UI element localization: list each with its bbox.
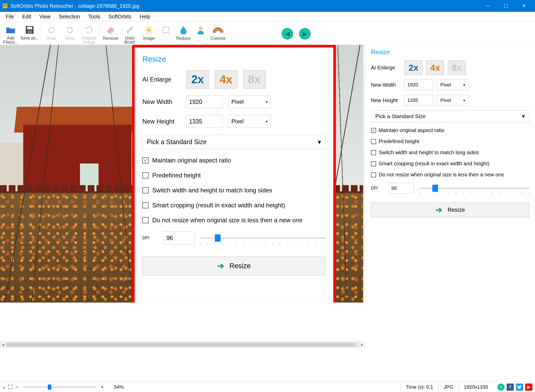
svg-point-4 <box>147 28 151 32</box>
menu-softorbits[interactable]: SoftOrbits <box>105 13 135 21</box>
enlarge-8x-button[interactable]: 8x <box>243 70 266 89</box>
crop-button[interactable] <box>158 23 174 44</box>
new-height-input[interactable] <box>186 115 222 128</box>
caret-down-icon: ▾ <box>522 113 525 119</box>
zoom-in-button[interactable]: + <box>101 384 104 390</box>
standard-size-select[interactable]: Pick a Standard Size ▾ <box>142 135 326 149</box>
facebook-icon[interactable]: f <box>507 383 514 391</box>
resize-side-panel: Resize AI Enlarge 2x 4x 8x New Width Pix… <box>365 45 535 348</box>
save-as-label: Save as... <box>20 36 39 40</box>
close-button[interactable]: ✕ <box>515 0 533 12</box>
next-image-button[interactable]: ▶ <box>299 28 311 39</box>
checkbox-icon <box>142 202 149 208</box>
menu-selection[interactable]: Selection <box>55 13 84 21</box>
switch-sides-checkbox[interactable]: Switch width and height to match long si… <box>371 150 529 156</box>
svg-rect-2 <box>27 27 32 29</box>
smart-crop-checkbox[interactable]: Smart cropping (result in exact width an… <box>142 202 326 209</box>
minimize-button[interactable]: ─ <box>479 0 497 12</box>
predefined-height-checkbox[interactable]: Predefined height <box>142 172 326 179</box>
maintain-aspect-checkbox[interactable]: Maintain original aspect ratio <box>142 157 326 164</box>
original-image-button[interactable]: Original Image <box>80 23 99 44</box>
checkbox-icon <box>371 172 376 177</box>
no-resize-smaller-checkbox[interactable]: Do not resize when original size is less… <box>142 217 326 224</box>
zoom-out-button[interactable]: − <box>15 384 18 390</box>
new-height-label: New Height <box>142 118 186 125</box>
standard-size-select[interactable]: Pick a Standard Size ▾ <box>371 110 529 122</box>
enlarge-2x-button[interactable]: 2x <box>404 60 423 75</box>
dpi-slider[interactable] <box>420 184 529 192</box>
scroll-right-icon[interactable]: ▸ <box>359 342 365 348</box>
add-files-label: Add File(s)... <box>1 36 20 44</box>
dpi-slider[interactable] <box>200 234 326 242</box>
predefined-height-checkbox[interactable]: Predefined height <box>371 138 529 144</box>
enlarge-8x-button[interactable]: 8x <box>448 60 466 75</box>
status-format: JPG <box>438 382 458 392</box>
colorize-button[interactable]: Colorize <box>208 23 228 44</box>
resize-button[interactable]: ➔ Resize <box>142 256 326 275</box>
caret-down-icon: ▾ <box>266 100 268 104</box>
redo-label: Redo <box>65 36 75 41</box>
menu-file[interactable]: File <box>2 13 18 21</box>
save-icon <box>25 25 35 35</box>
menu-tools[interactable]: Tools <box>85 13 104 21</box>
info-icon[interactable]: i <box>497 383 505 391</box>
new-height-label: New Height <box>371 97 404 103</box>
app-icon <box>2 3 8 9</box>
resize-button[interactable]: ➔ Resize <box>371 202 529 217</box>
width-unit-select[interactable]: Pixel▾ <box>228 95 271 108</box>
dpi-label: DPI <box>371 186 383 191</box>
folder-icon <box>5 25 16 35</box>
image-button[interactable]: Image <box>139 23 158 44</box>
no-resize-smaller-checkbox[interactable]: Do not resize when original size is less… <box>371 172 529 178</box>
menu-view[interactable]: View <box>36 13 54 21</box>
remove-button[interactable]: Remove <box>101 23 120 44</box>
fit-screen-icon[interactable]: ⛶ <box>8 384 13 390</box>
svg-line-9 <box>146 27 147 28</box>
caret-down-icon: ▾ <box>463 83 465 87</box>
maximize-button[interactable]: ☐ <box>497 0 515 12</box>
svg-rect-3 <box>28 31 32 33</box>
dpi-label: DPI <box>142 236 158 240</box>
height-unit-select[interactable]: Pixel▾ <box>437 95 468 106</box>
droplet-icon <box>178 25 189 35</box>
dpi-input[interactable] <box>164 232 194 244</box>
menu-help[interactable]: Help <box>136 13 154 21</box>
reduce-button[interactable]: Reduce <box>174 23 193 44</box>
checkbox-icon <box>142 157 149 164</box>
smart-crop-checkbox[interactable]: Smart cropping (result in exact width an… <box>371 161 529 167</box>
caret-down-icon: ▾ <box>266 119 268 124</box>
scroll-left-icon[interactable]: ◂ <box>0 342 6 348</box>
zoom-slider[interactable] <box>23 386 96 388</box>
enlarge-2x-button[interactable]: 2x <box>186 70 209 89</box>
enlarge-4x-button[interactable]: 4x <box>426 60 444 75</box>
twitter-icon[interactable] <box>516 383 523 391</box>
switch-sides-checkbox[interactable]: Switch width and height to match long si… <box>142 187 326 194</box>
undo-brush-button[interactable]: Undo Brush <box>120 23 139 44</box>
canvas-pane: Resize AI Enlarge 2x 4x 8x New Width Pix… <box>0 45 365 348</box>
width-unit-select[interactable]: Pixel▾ <box>437 79 468 90</box>
enlarge-4x-button[interactable]: 4x <box>215 70 237 89</box>
new-width-input[interactable] <box>404 79 433 90</box>
undo-brush-label: Undo Brush <box>120 36 139 44</box>
brush-icon <box>125 25 135 35</box>
menu-bar: File Edit View Selection Tools SoftOrbit… <box>0 12 535 22</box>
menu-edit[interactable]: Edit <box>19 13 35 21</box>
new-width-input[interactable] <box>186 95 222 108</box>
window-title: SoftOrbits Photo Retoucher - cottage-297… <box>10 3 479 9</box>
redo-button[interactable]: Redo <box>61 23 80 44</box>
horizontal-scrollbar[interactable]: ◂ ▸ <box>0 341 365 348</box>
youtube-icon[interactable]: ▶ <box>525 383 532 391</box>
prev-image-button[interactable]: ◀ <box>282 28 293 39</box>
dpi-input[interactable] <box>388 183 414 194</box>
svg-point-14 <box>199 26 202 30</box>
face-button[interactable] <box>193 23 208 44</box>
undo-button[interactable]: Undo <box>42 23 61 44</box>
add-files-button[interactable]: Add File(s)... <box>1 23 20 44</box>
save-as-button[interactable]: Save as... <box>20 23 39 44</box>
undo-icon <box>46 25 56 35</box>
new-height-input[interactable] <box>404 95 433 106</box>
svg-line-11 <box>151 27 152 28</box>
height-unit-select[interactable]: Pixel▾ <box>228 115 271 128</box>
zoom-tool-icon[interactable]: ⌕ <box>3 384 5 390</box>
maintain-aspect-checkbox[interactable]: Maintain original aspect ratio <box>371 127 529 133</box>
